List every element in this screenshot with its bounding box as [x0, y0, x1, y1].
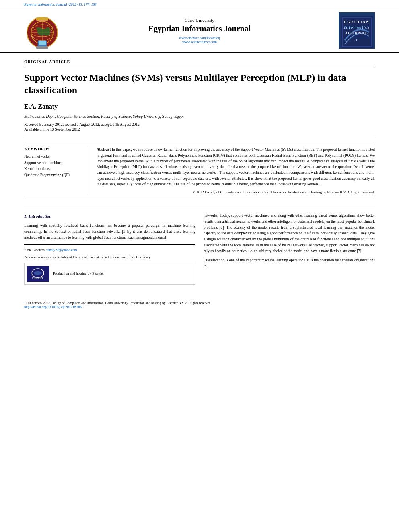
elsevier-logo-row: ELSEVIER Production and hosting by Elsev…	[24, 263, 195, 285]
keyword-1: Neural networks;	[24, 154, 83, 160]
doi-line: http://dx.doi.org/10.1016/j.eij.2012.08.…	[24, 305, 375, 309]
keywords-title: KEYWORDS	[24, 147, 83, 151]
university-name: Cairo University	[67, 18, 332, 23]
body-right-column: networks. Today, support vector machines…	[204, 213, 375, 285]
journal-reference-bar: Egyptian Informatics Journal (2012) 13, …	[0, 0, 399, 9]
journal-title: Egyptian Informatics Journal	[67, 24, 332, 33]
article-type: ORIGINAL ARTICLE	[24, 60, 375, 66]
abstract-copyright: © 2012 Faculty of Computers and Informat…	[97, 190, 375, 194]
svg-rect-9	[36, 46, 48, 49]
url2: www.sciencedirect.com	[67, 40, 332, 44]
university-logo-left	[24, 12, 60, 49]
introduction-heading: 1. Introduction	[24, 213, 195, 220]
svg-text:ELSEVIER: ELSEVIER	[32, 277, 44, 279]
url1: www.elsevier.com/locate/eij	[67, 36, 332, 40]
bottom-bar: 1110-8665 © 2012 Faculty of Computers an…	[0, 298, 399, 311]
elsevier-hosting-text: Production and hosting by Elsevier	[53, 271, 104, 277]
abstract-label: Abstract	[97, 148, 111, 152]
page-header: Cairo University Egyptian Informatics Jo…	[0, 9, 399, 53]
body-two-columns: 1. Introduction Learning with spatially …	[24, 213, 375, 285]
header-center: Cairo University Egyptian Informatics Jo…	[67, 18, 332, 44]
email-line: E-mail address: zanaty22@yahoo.com	[24, 247, 195, 253]
keywords-column: KEYWORDS Neural networks; Support vector…	[24, 147, 88, 194]
elsevier-logo: ELSEVIER	[27, 266, 49, 282]
svg-rect-7	[36, 17, 48, 21]
svg-rect-11	[39, 41, 46, 45]
body-left-column: 1. Introduction Learning with spatially …	[24, 213, 195, 285]
abstract-text: Abstract In this paper, we introduce a n…	[97, 147, 375, 187]
intro-para-2: networks. Today, support vector machines…	[204, 213, 375, 254]
journal-logo-right: EGYPTIAN Informatics JOURNAL ▼	[339, 12, 375, 49]
header-urls: www.elsevier.com/locate/eij www.scienced…	[67, 36, 332, 44]
logo-line2: Informatics	[344, 24, 370, 30]
abstract-column: Abstract In this paper, we introduce a n…	[97, 147, 375, 194]
main-content: ORIGINAL ARTICLE Support Vector Machines…	[0, 53, 399, 291]
dates-received: Received 5 January 2012; revised 6 Augus…	[24, 123, 375, 127]
intro-para-3: Classification is one of the important m…	[204, 257, 375, 269]
abstract-body: In this paper, we introduce a new kernel…	[97, 148, 375, 186]
keyword-3: Kernel functions;	[24, 166, 83, 172]
divider-bottom	[24, 206, 375, 206]
author-affiliation: Mathematics Dept., Computer Science Sect…	[24, 114, 375, 119]
email-label: E-mail address:	[24, 248, 46, 252]
article-title: Support Vector Machines (SVMs) versus Mu…	[24, 72, 375, 97]
footer-note: E-mail address: zanaty22@yahoo.com Peer …	[24, 244, 195, 259]
logo-line3: JOURNAL	[344, 31, 370, 36]
keyword-4: Quadratic Programming (QP)	[24, 172, 83, 178]
abstract-section: KEYWORDS Neural networks; Support vector…	[24, 142, 375, 199]
dates-available: Available online 13 September 2012	[24, 127, 375, 131]
intro-para-1: Learning with spatially localized basis …	[24, 223, 195, 240]
email-address: zanaty22@yahoo.com	[46, 248, 77, 252]
logo-line1: EGYPTIAN	[344, 19, 370, 25]
divider-top	[24, 138, 375, 138]
peer-review-note: Peer review under responsibility of Facu…	[24, 255, 195, 260]
keywords-list: Neural networks; Support vector machine;…	[24, 154, 83, 178]
issn-line: 1110-8665 © 2012 Faculty of Computers an…	[24, 301, 375, 305]
keyword-2: Support vector machine;	[24, 160, 83, 166]
author-name: E.A. Zanaty	[24, 103, 375, 110]
